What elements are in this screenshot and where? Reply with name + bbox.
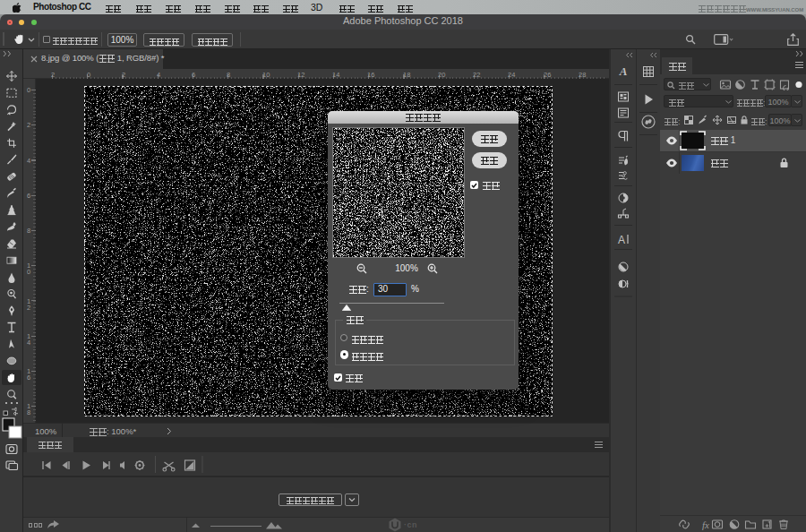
svg-text:A: A bbox=[618, 234, 625, 246]
svg-text:fx: fx bbox=[702, 519, 709, 530]
svg-text:A: A bbox=[619, 64, 628, 78]
